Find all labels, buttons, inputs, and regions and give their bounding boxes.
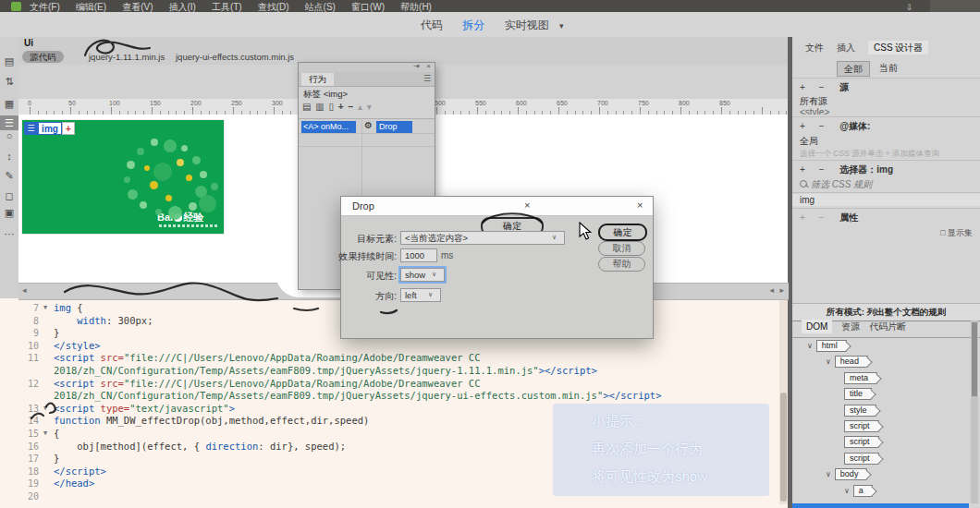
add-selector-icon[interactable]: + — [800, 164, 805, 175]
menu-item[interactable]: 窗口(W) — [351, 2, 385, 12]
panel-dock-icon[interactable]: ⇥ — [413, 62, 420, 70]
remove-media-icon[interactable]: − — [819, 121, 825, 131]
chevron-down-icon[interactable]: ∨ — [432, 271, 436, 278]
dom-panel-tab-代码片断[interactable]: 代码片断 — [869, 321, 906, 332]
cancel-button[interactable]: 取消 — [598, 241, 645, 256]
collapse-arrow-icon[interactable]: ∨ — [844, 487, 850, 495]
show-set-events-icon[interactable]: ▤ — [302, 102, 312, 112]
dom-tree-row[interactable]: ∨body — [826, 468, 867, 483]
visibility-select[interactable]: show — [400, 268, 445, 282]
remove-selector-icon[interactable]: − — [819, 164, 825, 175]
fold-arrow-icon[interactable]: ▼ — [43, 403, 47, 416]
add-source-icon[interactable]: + — [800, 82, 805, 92]
assets-icon[interactable]: ▦ — [0, 98, 18, 110]
pen-icon[interactable]: ✎ — [0, 170, 18, 182]
sidebar-tab-文件[interactable]: 文件 — [805, 42, 824, 53]
scrollbar-thumb[interactable] — [972, 322, 977, 396]
comment-icon[interactable]: ◻ — [0, 190, 18, 202]
chevron-down-icon[interactable]: ∨ — [428, 291, 433, 298]
gear-icon[interactable]: ⚙ — [364, 120, 373, 130]
tab-jquery-ui-effects[interactable]: jquery-ui-effects.custom.min.js — [176, 52, 294, 62]
dom-tree-row[interactable]: script — [844, 420, 879, 435]
collapse-arrow-icon[interactable]: ∨ — [826, 357, 831, 366]
scroll-right-icon[interactable]: ▸ — [779, 285, 784, 295]
dom-tag-pill[interactable]: meta — [844, 372, 877, 384]
scrollbar-thumb[interactable] — [780, 393, 787, 502]
dom-tree-row[interactable]: meta — [844, 372, 877, 387]
dom-tree-row[interactable]: title — [844, 388, 872, 403]
ok-button[interactable]: 确定 — [598, 224, 647, 241]
target-element-select[interactable]: <当前选定内容> — [400, 231, 565, 245]
chevron-down-icon[interactable]: ∨ — [552, 234, 557, 241]
code-line[interactable]: 11<script src="file:///C|/Users/Lenovo/A… — [0, 352, 789, 365]
sort-icon[interactable]: ⇅ — [0, 76, 18, 88]
more-icon[interactable]: ⋯ — [0, 228, 18, 240]
dom-tag-pill[interactable]: head — [835, 356, 868, 368]
duration-input[interactable]: 1000 — [400, 248, 437, 262]
dom-tree-row[interactable]: style — [844, 405, 876, 419]
back-dialog-close-icon[interactable]: × — [524, 200, 530, 211]
menu-item[interactable]: 文件(F) — [30, 2, 60, 12]
show-set-checkbox[interactable]: □ 显示集 — [940, 227, 973, 239]
sync-status-icon[interactable]: ⇩ — [906, 1, 913, 12]
preview-image[interactable]: Bai经验 — [22, 120, 224, 234]
element-display-badge[interactable]: ☰ img + — [24, 122, 75, 135]
menu-item[interactable]: 插入(I) — [168, 2, 195, 12]
file-icon[interactable]: ▤ — [0, 55, 18, 67]
help-button[interactable]: 帮助 — [598, 257, 645, 272]
selector-img-item[interactable]: img — [792, 194, 980, 206]
scope-current-button[interactable]: 当前 — [879, 62, 898, 75]
menu-item[interactable]: 帮助(H) — [400, 2, 432, 12]
code-line[interactable]: 10</style> — [0, 340, 789, 353]
dom-tree-row[interactable]: ∨html — [807, 340, 847, 355]
dom-tag-pill[interactable]: a — [853, 485, 873, 497]
add-property-icon[interactable]: + — [800, 212, 805, 223]
dom-scrollbar[interactable] — [971, 321, 978, 503]
hamburger-icon[interactable]: ☰ — [0, 115, 18, 130]
move-down-icon[interactable]: ▾ — [367, 102, 373, 112]
tab-jquery[interactable]: jquery-1.11.1.min.js — [89, 52, 165, 62]
dialog-close-icon[interactable]: × — [637, 200, 643, 211]
dom-tree-row[interactable]: script — [844, 436, 879, 451]
dom-tree-row[interactable]: script — [844, 453, 879, 467]
code-line[interactable]: 12<script src="file:///C|/Users/Lenovo/A… — [0, 378, 789, 391]
scope-all-button[interactable]: 全部 — [837, 61, 870, 77]
sidebar-tab-CSS 设计器[interactable]: CSS 设计器 — [868, 41, 928, 54]
menu-item[interactable]: 站点(S) — [305, 2, 336, 12]
sources-style-item[interactable]: <style> — [800, 107, 980, 115]
scroll-left-icon[interactable]: ◂ — [22, 285, 27, 295]
media-global-item[interactable]: 全局 — [800, 135, 980, 148]
menu-item[interactable]: 编辑(E) — [76, 2, 106, 12]
dom-tag-pill[interactable]: html — [816, 340, 847, 352]
panel-close-icon[interactable]: × — [426, 62, 431, 70]
element-tag-label[interactable]: img — [38, 122, 62, 135]
code-line[interactable]: 2018/zh_CN/Configuration/Temp/Assets/eam… — [0, 365, 789, 378]
dom-tree-row[interactable]: ∨a — [844, 485, 873, 500]
dialog-title-bar[interactable] — [341, 197, 653, 216]
menu-item[interactable]: 查看(V) — [122, 2, 153, 12]
scroll-left2-icon[interactable]: ◂ — [769, 285, 774, 295]
fold-arrow-icon[interactable]: ▼ — [43, 302, 47, 315]
dom-tag-pill[interactable]: script — [844, 436, 879, 448]
remove-source-icon[interactable]: − — [819, 82, 825, 92]
menu-item[interactable]: 查找(D) — [258, 2, 289, 12]
element-menu-icon[interactable]: ☰ — [24, 122, 38, 135]
element-add-button[interactable]: + — [62, 122, 75, 135]
add-media-icon[interactable]: + — [800, 121, 805, 131]
add-behavior-button[interactable]: + — [338, 102, 345, 112]
behavior-action-cell[interactable]: Drop — [376, 121, 412, 133]
selector-filter-row[interactable]: 筛选 CSS 规则 — [800, 178, 980, 191]
comment-disabled-icon[interactable]: ▣ — [0, 207, 18, 219]
collapse-arrow-icon[interactable]: ∨ — [826, 470, 831, 478]
sidebar-tab-插入[interactable]: 插入 — [837, 42, 855, 53]
remove-behavior-button[interactable]: − — [348, 102, 354, 112]
fluid-grid-icon[interactable]: ○ — [0, 130, 18, 141]
dom-tag-pill[interactable]: script — [844, 453, 879, 465]
dom-tag-pill[interactable]: title — [844, 388, 872, 400]
position-icon[interactable]: ↕ — [0, 151, 18, 162]
dom-tag-pill[interactable]: style — [844, 405, 876, 417]
code-vertical-scrollbar[interactable] — [779, 300, 788, 504]
code-view-button[interactable]: 代码 — [421, 18, 443, 31]
code-line[interactable]: 2018/zh_CN/Configuration/Temp/Assets/eam… — [0, 390, 789, 403]
behaviors-tab[interactable]: 行为 — [301, 73, 334, 86]
